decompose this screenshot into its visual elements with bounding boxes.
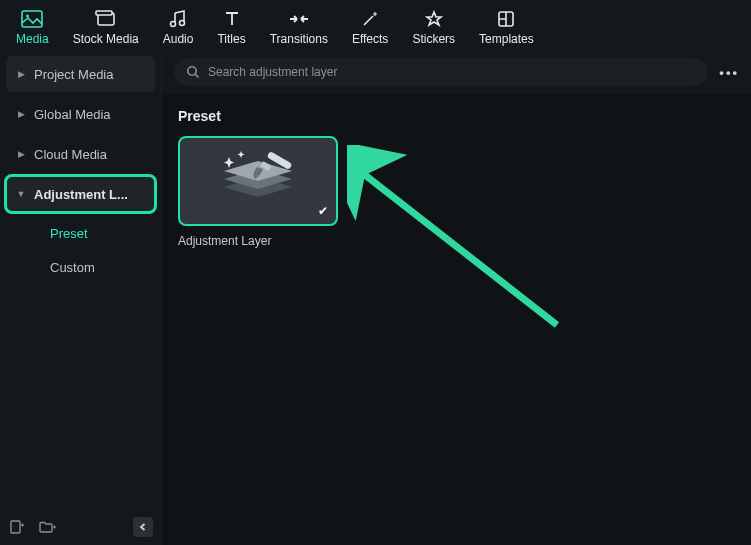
tab-stock-media[interactable]: Stock Media	[65, 4, 147, 54]
tab-templates-label: Templates	[479, 32, 534, 46]
caret-right-icon: ▶	[14, 109, 28, 119]
main-area: ▶ Project Media ▶ Global Media ▶ Cloud M…	[0, 50, 751, 545]
search-icon	[186, 65, 200, 79]
svg-rect-0	[22, 11, 42, 27]
collapse-sidebar-button[interactable]	[133, 517, 153, 537]
caret-right-icon: ▶	[14, 69, 28, 79]
tab-stickers[interactable]: Stickers	[404, 4, 463, 54]
search-box[interactable]	[174, 58, 707, 86]
text-icon	[223, 8, 241, 30]
transition-icon	[288, 8, 310, 30]
tab-media-label: Media	[16, 32, 49, 46]
tab-templates[interactable]: Templates	[471, 4, 542, 54]
content-body: Preset	[162, 94, 751, 545]
sidebar-list: ▶ Project Media ▶ Global Media ▶ Cloud M…	[0, 50, 161, 511]
tab-stickers-label: Stickers	[412, 32, 455, 46]
layout-icon	[497, 8, 515, 30]
tab-audio-label: Audio	[163, 32, 194, 46]
tab-transitions[interactable]: Transitions	[262, 4, 336, 54]
sidebar-item-label: Project Media	[34, 67, 113, 82]
svg-rect-3	[96, 11, 112, 15]
tab-effects-label: Effects	[352, 32, 388, 46]
sidebar-sub-custom[interactable]: Custom	[6, 250, 155, 284]
sidebar-footer	[0, 511, 161, 545]
svg-point-8	[188, 67, 196, 75]
sidebar-sub-label: Preset	[50, 226, 88, 241]
sidebar-item-cloud-media[interactable]: ▶ Cloud Media	[6, 136, 155, 172]
tab-effects[interactable]: Effects	[344, 4, 396, 54]
photo-icon	[21, 8, 43, 30]
svg-point-5	[171, 22, 176, 27]
search-row: •••	[162, 50, 751, 94]
preset-card-wrap: ✔ Adjustment Layer	[178, 136, 338, 248]
caret-down-icon: ▼	[14, 189, 28, 199]
tab-transitions-label: Transitions	[270, 32, 328, 46]
sidebar-sub-label: Custom	[50, 260, 95, 275]
tab-media[interactable]: Media	[8, 4, 57, 54]
sidebar-item-label: Adjustment L...	[34, 187, 128, 202]
adjustment-layer-thumb-icon	[203, 145, 313, 218]
tab-titles-label: Titles	[217, 32, 245, 46]
caret-right-icon: ▶	[14, 149, 28, 159]
preset-card-label: Adjustment Layer	[178, 234, 338, 248]
check-icon: ✔	[318, 204, 328, 218]
sticker-icon	[425, 8, 443, 30]
section-title: Preset	[178, 108, 735, 124]
tab-stock-label: Stock Media	[73, 32, 139, 46]
sidebar-item-project-media[interactable]: ▶ Project Media	[6, 56, 155, 92]
sidebar: ▶ Project Media ▶ Global Media ▶ Cloud M…	[0, 50, 162, 545]
tab-audio[interactable]: Audio	[155, 4, 202, 54]
sidebar-item-adjustment-layer[interactable]: ▼ Adjustment L...	[6, 176, 155, 212]
music-icon	[169, 8, 187, 30]
search-input[interactable]	[208, 65, 695, 79]
svg-point-1	[26, 15, 29, 18]
content-area: ••• Preset	[162, 50, 751, 545]
more-options-button[interactable]: •••	[719, 65, 739, 80]
top-tabs: Media Stock Media Audio Titles Transitio…	[0, 0, 751, 50]
sidebar-sub-preset[interactable]: Preset	[6, 216, 155, 250]
sidebar-item-label: Global Media	[34, 107, 111, 122]
new-folder-icon[interactable]	[38, 518, 56, 536]
wand-icon	[361, 8, 379, 30]
sidebar-item-label: Cloud Media	[34, 147, 107, 162]
svg-point-4	[180, 21, 185, 26]
sidebar-item-global-media[interactable]: ▶ Global Media	[6, 96, 155, 132]
adjustment-layer-card[interactable]: ✔	[178, 136, 338, 226]
tab-titles[interactable]: Titles	[209, 4, 253, 54]
svg-rect-7	[11, 521, 20, 533]
archive-icon	[95, 8, 117, 30]
new-file-icon[interactable]	[8, 518, 26, 536]
